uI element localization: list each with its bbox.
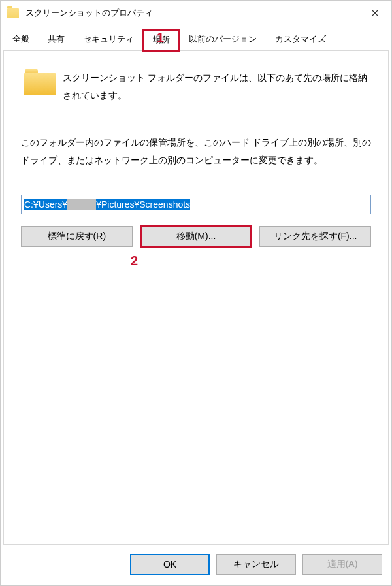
tab-customize[interactable]: カスタマイズ [266,29,335,51]
path-redacted-segment [67,199,96,211]
path-value-suffix: ¥Pictures¥Screenshots [96,199,190,210]
window-title: スクリーンショットのプロパティ [25,7,359,19]
path-value-prefix: C:¥Users¥ [24,199,67,210]
restore-default-button[interactable]: 標準に戻す(R) [21,226,133,247]
tab-strip: 全般 共有 セキュリティ 場所 以前のバージョン カスタマイズ [1,25,391,51]
move-button[interactable]: 移動(M)... [140,226,252,247]
intro-text: スクリーンショット フォルダーのファイルは、以下のあて先の場所に格納されています… [63,69,371,104]
folder-large-icon [24,69,56,95]
callout-2: 2 [131,253,138,269]
description-text: このフォルダー内のファイルの保管場所を、このハード ドライブ上の別の場所、別のド… [21,134,371,169]
action-button-row: 標準に戻す(R) 移動(M)... リンク先を探す(F)... [21,226,371,247]
ok-button[interactable]: OK [130,554,210,575]
cancel-button[interactable]: キャンセル [216,554,296,575]
titlebar: スクリーンショットのプロパティ [1,1,391,25]
dialog-footer: OK キャンセル 適用(A) [1,545,391,585]
tab-panel-location: スクリーンショット フォルダーのファイルは、以下のあて先の場所に格納されています… [3,51,389,545]
tab-previous-versions[interactable]: 以前のバージョン [180,29,266,51]
close-button[interactable] [359,1,391,25]
tab-general[interactable]: 全般 [3,29,39,51]
properties-dialog: スクリーンショットのプロパティ 1 2 全般 共有 セキュリティ 場所 以前のバ… [0,0,392,586]
apply-button: 適用(A) [302,554,382,575]
tab-sharing[interactable]: 共有 [39,29,74,51]
find-target-button[interactable]: リンク先を探す(F)... [259,226,371,247]
tab-security[interactable]: セキュリティ [74,29,143,51]
folder-icon [7,8,19,18]
path-input[interactable]: C:¥Users¥¥Pictures¥Screenshots [21,195,371,214]
callout-1: 1 [157,30,164,45]
